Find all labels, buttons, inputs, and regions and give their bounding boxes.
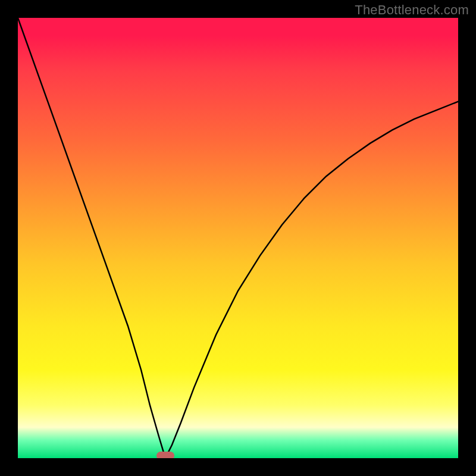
min-marker [156, 452, 174, 458]
chart-frame: TheBottleneck.com [0, 0, 476, 476]
watermark-text: TheBottleneck.com [355, 2, 469, 18]
plot-area [18, 18, 458, 458]
bottleneck-curve [18, 18, 458, 458]
curve-svg [18, 18, 458, 458]
